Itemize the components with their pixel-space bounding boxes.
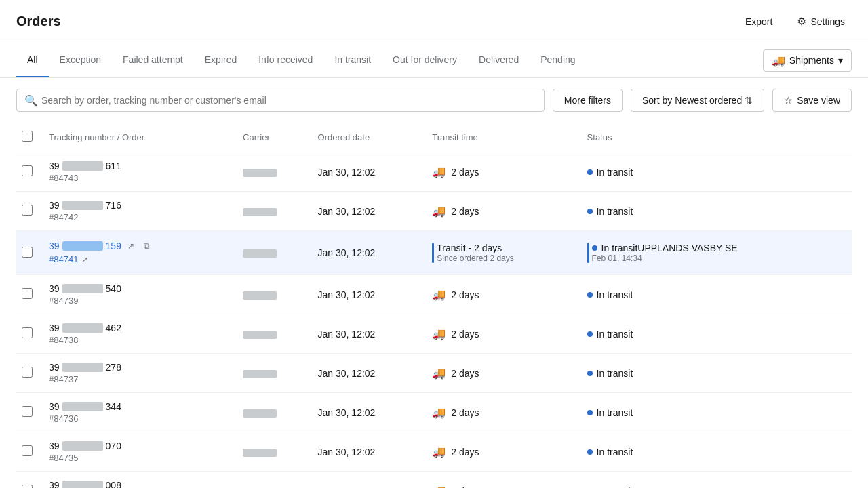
carrier-cell bbox=[237, 152, 312, 192]
tracking-number-row: 39008 bbox=[49, 480, 232, 488]
table-header-row: Tracking number / Order Carrier Ordered … bbox=[16, 123, 852, 152]
table-row: 39344#84736Jan 30, 12:02🚚2 daysIn transi… bbox=[16, 393, 852, 432]
status-cell: In transit bbox=[582, 472, 852, 489]
transit-cell-inner: 🚚2 days bbox=[432, 205, 576, 218]
tab-delivered[interactable]: Delivered bbox=[468, 43, 530, 77]
tracking-number-row: 39344 bbox=[49, 401, 232, 412]
row-checkbox[interactable] bbox=[22, 205, 33, 216]
status-cell-inner: In transit bbox=[587, 447, 846, 458]
order-id-link[interactable]: #84741 bbox=[49, 254, 78, 264]
transit-days-label: 2 days bbox=[451, 329, 479, 340]
tab-out-for-delivery[interactable]: Out for delivery bbox=[382, 43, 468, 77]
row-checkbox[interactable] bbox=[22, 327, 33, 338]
tracking-suffix[interactable]: 159 bbox=[106, 241, 121, 251]
tracking-cell: 39462#84738 bbox=[43, 314, 237, 354]
carrier-cell bbox=[237, 314, 312, 354]
status-text: In transit bbox=[597, 368, 633, 379]
shipments-button[interactable]: 🚚 Shipments ▾ bbox=[763, 49, 852, 72]
tab-in-transit[interactable]: In transit bbox=[323, 43, 382, 77]
transit-time-cell: 🚚2 days bbox=[427, 472, 581, 489]
row-checkbox-cell bbox=[16, 354, 43, 393]
copy-icon[interactable]: ⧉ bbox=[140, 239, 154, 253]
carrier-bar bbox=[243, 249, 277, 258]
settings-button[interactable]: ⚙ Settings bbox=[790, 11, 852, 32]
row-checkbox[interactable] bbox=[22, 247, 33, 258]
transit-time-cell: 🚚2 days bbox=[427, 152, 581, 192]
tracking-cell: 39008#84734 bbox=[43, 472, 237, 489]
row-checkbox[interactable] bbox=[22, 485, 33, 488]
transit-cell-inner: 🚚2 days bbox=[432, 327, 576, 340]
tracking-suffix: 611 bbox=[106, 161, 121, 171]
status-cell: In transit bbox=[582, 432, 852, 472]
table-row: 39716#84742Jan 30, 12:02🚚2 daysIn transi… bbox=[16, 192, 852, 231]
status-cell-inner: In transit bbox=[587, 368, 846, 379]
status-dot bbox=[587, 209, 593, 214]
carrier-cell bbox=[237, 472, 312, 489]
carrier-cell bbox=[237, 231, 312, 275]
row-checkbox[interactable] bbox=[22, 165, 33, 176]
status-dot bbox=[592, 245, 597, 251]
col-transit-time: Transit time bbox=[427, 123, 581, 152]
tracking-number-row: 39278 bbox=[49, 362, 232, 373]
tab-all[interactable]: All bbox=[16, 43, 49, 77]
row-checkbox[interactable] bbox=[22, 406, 33, 417]
transit-truck-icon: 🚚 bbox=[432, 288, 446, 301]
external-link-icon[interactable]: ↗ bbox=[124, 239, 138, 253]
tab-expired[interactable]: Expired bbox=[194, 43, 248, 77]
transit-days-label: 2 days bbox=[451, 206, 479, 217]
transit-days-label: 2 days bbox=[451, 289, 479, 300]
transit-cell-inner: 🚚2 days bbox=[432, 288, 576, 301]
transit-cell-inner: 🚚2 days bbox=[432, 485, 576, 488]
row-checkbox[interactable] bbox=[22, 367, 33, 378]
tracking-prefix: 39 bbox=[49, 480, 60, 488]
transit-detail: Transit - 2 daysSince ordered 2 days bbox=[437, 243, 513, 263]
sort-button[interactable]: Sort by Newest ordered ⇅ bbox=[631, 89, 764, 112]
more-filters-button[interactable]: More filters bbox=[553, 89, 623, 112]
tracking-number-row: 39716 bbox=[49, 200, 232, 211]
tab-info-received[interactable]: Info received bbox=[248, 43, 323, 77]
save-view-button[interactable]: ☆ Save view bbox=[772, 89, 852, 112]
tab-failed-attempt[interactable]: Failed attempt bbox=[112, 43, 194, 77]
tracking-suffix: 278 bbox=[106, 362, 121, 373]
tracking-prefix: 39 bbox=[49, 200, 60, 211]
status-text: In transit bbox=[597, 289, 633, 300]
order-external-link-icon[interactable]: ↗ bbox=[78, 253, 92, 266]
status-detail: In transitUPPLANDS VASBY SEFeb 01, 14:34 bbox=[592, 243, 738, 263]
status-cell-inner: In transit bbox=[587, 407, 846, 418]
transit-time-cell: 🚚2 days bbox=[427, 354, 581, 393]
transit-truck-icon: 🚚 bbox=[432, 485, 446, 488]
status-dot bbox=[587, 410, 593, 415]
status-dot bbox=[587, 169, 593, 175]
col-tracking: Tracking number / Order bbox=[43, 123, 237, 152]
order-id: #84742 bbox=[49, 212, 232, 222]
transit-cell-inner: 🚚2 days bbox=[432, 445, 576, 458]
toolbar: 🔍 More filters Sort by Newest ordered ⇅ … bbox=[0, 78, 868, 123]
tracking-suffix: 070 bbox=[106, 441, 121, 451]
tab-exception[interactable]: Exception bbox=[49, 43, 112, 77]
status-dot bbox=[587, 331, 593, 337]
row-checkbox[interactable] bbox=[22, 445, 33, 456]
transit-days-label: 2 days bbox=[451, 368, 479, 379]
tracking-redacted bbox=[62, 481, 103, 488]
export-button[interactable]: Export bbox=[738, 12, 779, 31]
search-input[interactable] bbox=[16, 89, 545, 112]
carrier-bar bbox=[243, 370, 277, 378]
carrier-bar bbox=[243, 449, 277, 457]
tracking-number[interactable]: 39 bbox=[49, 241, 60, 251]
tracking-prefix: 39 bbox=[49, 161, 60, 171]
ordered-date-cell: Jan 30, 12:02 bbox=[313, 432, 427, 472]
ordered-date-cell: Jan 30, 12:02 bbox=[313, 192, 427, 231]
status-date: Feb 01, 14:34 bbox=[592, 253, 738, 263]
select-all-checkbox-header[interactable] bbox=[16, 123, 43, 152]
transit-sub: Since ordered 2 days bbox=[437, 253, 513, 263]
transit-truck-icon: 🚚 bbox=[432, 406, 446, 419]
tracking-number-row: 39462 bbox=[49, 323, 232, 333]
order-id: #84738 bbox=[49, 335, 232, 345]
sort-value: Newest ordered bbox=[675, 95, 742, 106]
select-all-checkbox[interactable] bbox=[22, 131, 33, 142]
col-carrier: Carrier bbox=[237, 123, 312, 152]
row-checkbox[interactable] bbox=[22, 288, 33, 299]
tab-pending[interactable]: Pending bbox=[530, 43, 586, 77]
row-checkbox-cell bbox=[16, 275, 43, 314]
tracking-redacted bbox=[62, 323, 103, 333]
